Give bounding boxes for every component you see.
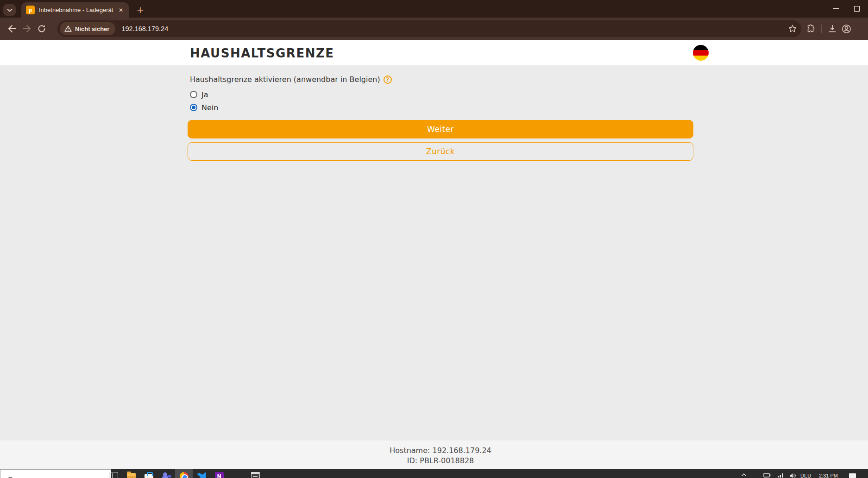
onenote-button[interactable]: N — [210, 469, 228, 478]
new-tab-button[interactable]: + — [134, 4, 146, 16]
radio-nein-input[interactable] — [190, 104, 197, 111]
tray-language-indicator[interactable]: DEU — [800, 473, 811, 478]
tab-title: Inbetriebnahme - Ladegerät — [39, 6, 117, 13]
tray-chevron-up-icon[interactable] — [741, 473, 747, 477]
question-label: Haushaltsgrenze aktivieren (anwendbar in… — [190, 75, 380, 84]
toolbar-actions — [806, 24, 851, 34]
security-badge[interactable]: Nicht sicher — [60, 22, 115, 35]
form-area: Haushaltsgrenze aktivieren (anwendbar in… — [188, 65, 693, 161]
extensions-puzzle-icon[interactable] — [806, 24, 815, 33]
screen: p Inbetriebnahme - Ladegerät ✕ + Nicht s… — [0, 0, 868, 478]
system-tray: DEU 2:31 PM — [739, 469, 868, 478]
toolbar-divider — [821, 25, 822, 33]
tray-volume-icon[interactable] — [789, 473, 796, 478]
onenote-icon: N — [215, 472, 224, 478]
task-view-icon — [109, 472, 118, 478]
chrome-icon — [180, 472, 189, 478]
teams-icon — [162, 472, 171, 478]
task-view-button[interactable] — [105, 469, 122, 478]
warning-triangle-icon — [64, 25, 72, 32]
vscode-icon — [197, 472, 206, 478]
radio-nein-label: Nein — [201, 103, 218, 112]
file-explorer-button[interactable] — [122, 469, 140, 478]
window-minimize-button[interactable] — [833, 8, 839, 9]
teams-button[interactable] — [157, 469, 175, 478]
profile-avatar-icon[interactable] — [842, 24, 851, 34]
app-window-icon — [251, 472, 260, 478]
german-flag-icon[interactable] — [693, 45, 709, 61]
page-footer: Hostname: 192.168.179.24 ID: PBLR-001882… — [0, 440, 868, 469]
bookmark-star-icon[interactable] — [788, 25, 797, 33]
action-center-icon[interactable] — [849, 473, 856, 478]
window-maximize-button[interactable] — [854, 6, 860, 12]
page-title: HAUSHALTSGRENZE — [188, 40, 693, 60]
radio-option-ja[interactable]: Ja — [188, 90, 693, 99]
download-icon[interactable] — [828, 24, 837, 33]
footer-device-id: ID: PBLR-0018828 — [188, 456, 693, 466]
chevron-down-icon — [7, 8, 13, 12]
reload-button[interactable] — [34, 21, 49, 36]
security-badge-label: Nicht sicher — [75, 25, 109, 32]
tray-battery-icon[interactable] — [763, 473, 771, 478]
page-header: HAUSHALTSGRENZE — [0, 40, 868, 65]
browser-tabstrip: p Inbetriebnahme - Ladegerät ✕ + — [0, 0, 868, 18]
taskbar-search-box[interactable]: Suchen — [0, 469, 111, 478]
taskbar: Suchen N DEU 2:31 PM — [0, 469, 868, 478]
browser-tab-active[interactable]: p Inbetriebnahme - Ladegerät ✕ — [21, 2, 129, 18]
question-row: Haushaltsgrenze aktivieren (anwendbar in… — [188, 75, 693, 84]
window-controls — [833, 0, 860, 18]
search-icon — [7, 472, 15, 478]
zurueck-button[interactable]: Zurück — [188, 142, 693, 161]
chrome-button[interactable] — [175, 469, 193, 478]
folder-icon — [127, 473, 136, 478]
taskbar-icons: N — [105, 469, 264, 478]
terminal-app-button[interactable] — [246, 469, 264, 478]
briefcase-app-button[interactable] — [140, 469, 157, 478]
tray-clock[interactable]: 2:31 PM — [819, 473, 838, 478]
help-icon[interactable]: ? — [384, 75, 392, 84]
footer-hostname: Hostname: 192.168.179.24 — [188, 446, 693, 456]
url-text[interactable]: 192.168.179.24 — [121, 25, 788, 32]
weiter-button[interactable]: Weiter — [188, 120, 693, 138]
radio-ja-input[interactable] — [190, 91, 197, 98]
back-button[interactable] — [5, 21, 19, 36]
web-page: HAUSHALTSGRENZE Haushaltsgrenze aktivier… — [0, 40, 868, 469]
address-bar[interactable]: Nicht sicher 192.168.179.24 — [57, 20, 801, 37]
site-favicon-icon: p — [26, 6, 35, 14]
tray-network-icon[interactable] — [777, 473, 784, 478]
forward-button[interactable] — [19, 21, 34, 36]
tab-close-icon[interactable]: ✕ — [117, 6, 125, 14]
radio-option-nein[interactable]: Nein — [188, 103, 693, 112]
tab-search-button[interactable] — [3, 4, 16, 16]
radio-ja-label: Ja — [201, 90, 208, 99]
vscode-button[interactable] — [193, 469, 210, 478]
browser-toolbar: Nicht sicher 192.168.179.24 — [0, 18, 868, 40]
briefcase-icon — [145, 474, 153, 478]
